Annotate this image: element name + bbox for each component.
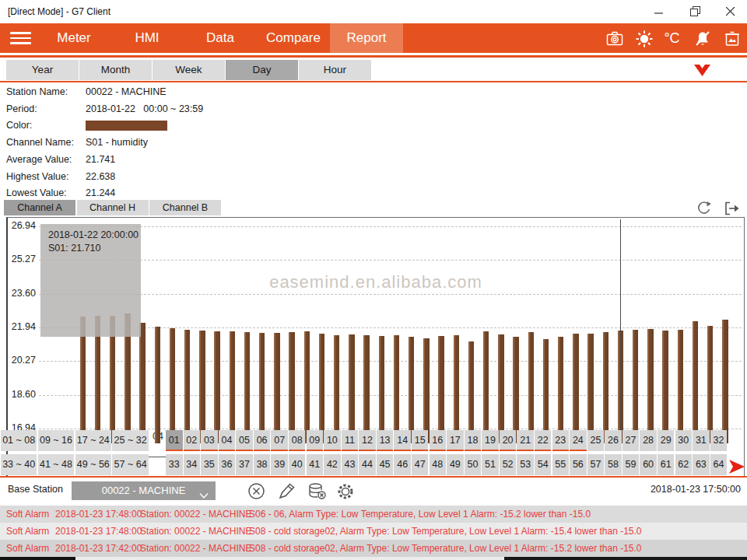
channel-button-56[interactable]: 56 bbox=[570, 454, 587, 475]
channel-button-15[interactable]: 15 bbox=[412, 430, 429, 451]
channel-button-35[interactable]: 35 bbox=[201, 454, 218, 475]
channel-button-47[interactable]: 47 bbox=[412, 454, 429, 475]
channel-button-16[interactable]: 16 bbox=[430, 430, 447, 451]
channel-button-29[interactable]: 29 bbox=[658, 430, 675, 451]
channel-button-62[interactable]: 62 bbox=[675, 454, 693, 475]
channel-button-53[interactable]: 53 bbox=[517, 454, 534, 475]
channel-group-button-49~56[interactable]: 49 ~ 56 bbox=[75, 454, 111, 475]
channel-button-58[interactable]: 58 bbox=[605, 454, 622, 475]
channel-button-32[interactable]: 32 bbox=[710, 430, 728, 451]
channel-button-07[interactable]: 07 bbox=[271, 430, 288, 451]
clear-icon[interactable] bbox=[247, 481, 266, 501]
restore-button[interactable] bbox=[682, 0, 708, 23]
alarm-row[interactable]: Soft Alarm2018-01-23 17:42:00Station: 00… bbox=[0, 540, 747, 557]
channel-button-63[interactable]: 63 bbox=[693, 454, 710, 475]
channel-group-button-17~24[interactable]: 17 ~ 24 bbox=[75, 430, 111, 451]
period-tab-day[interactable]: Day bbox=[226, 60, 298, 80]
collapse-panel-button[interactable] bbox=[693, 62, 711, 81]
database-clear-icon[interactable] bbox=[307, 481, 327, 501]
period-tab-week[interactable]: Week bbox=[153, 60, 225, 80]
channel-tab-channel-h[interactable]: Channel H bbox=[77, 200, 149, 215]
channel-button-27[interactable]: 27 bbox=[622, 430, 640, 451]
channel-button-13[interactable]: 13 bbox=[377, 430, 394, 451]
channel-button-11[interactable]: 11 bbox=[342, 430, 359, 451]
screenshot-bin-icon[interactable] bbox=[722, 29, 742, 48]
channel-button-08[interactable]: 08 bbox=[289, 430, 306, 451]
period-tab-hour[interactable]: Hour bbox=[299, 60, 371, 80]
channel-button-49[interactable]: 49 bbox=[447, 454, 464, 475]
alarm-row[interactable]: Soft Alarm2018-01-23 17:48:00Station: 00… bbox=[0, 506, 747, 523]
scroll-right-button[interactable] bbox=[728, 459, 745, 478]
channel-group-button-01~08[interactable]: 01 ~ 08 bbox=[1, 430, 37, 451]
channel-button-01[interactable]: 01 bbox=[166, 430, 183, 451]
camera-icon[interactable] bbox=[605, 29, 624, 48]
channel-button-20[interactable]: 20 bbox=[500, 430, 517, 451]
channel-group-button-41~48[interactable]: 41 ~ 48 bbox=[38, 454, 74, 475]
channel-button-39[interactable]: 39 bbox=[271, 454, 288, 475]
menu-item-compare[interactable]: Compare bbox=[257, 23, 330, 53]
channel-button-05[interactable]: 05 bbox=[236, 430, 253, 451]
channel-button-26[interactable]: 26 bbox=[605, 430, 622, 451]
channel-button-60[interactable]: 60 bbox=[640, 454, 657, 475]
channel-group-button-09~16[interactable]: 09 ~ 16 bbox=[38, 430, 74, 451]
channel-button-52[interactable]: 52 bbox=[500, 454, 517, 475]
channel-group-button-25~32[interactable]: 25 ~ 32 bbox=[112, 430, 148, 451]
channel-button-09[interactable]: 09 bbox=[307, 430, 324, 451]
minimize-button[interactable] bbox=[646, 0, 672, 23]
channel-button-14[interactable]: 14 bbox=[394, 430, 411, 451]
channel-button-33[interactable]: 33 bbox=[166, 454, 183, 475]
channel-button-04[interactable]: 04 bbox=[219, 430, 236, 451]
brightness-icon[interactable] bbox=[634, 29, 654, 48]
channel-tab-channel-b[interactable]: Channel B bbox=[149, 200, 221, 215]
channel-button-40[interactable]: 40 bbox=[289, 454, 306, 475]
channel-button-17[interactable]: 17 bbox=[447, 430, 464, 451]
channel-button-43[interactable]: 43 bbox=[342, 454, 359, 475]
settings-icon[interactable] bbox=[335, 481, 355, 501]
channel-button-30[interactable]: 30 bbox=[675, 430, 693, 451]
channel-button-61[interactable]: 61 bbox=[658, 454, 675, 475]
channel-group-button-57~64[interactable]: 57 ~ 64 bbox=[112, 454, 148, 475]
hamburger-menu-icon[interactable] bbox=[10, 32, 31, 44]
menu-item-data[interactable]: Data bbox=[184, 23, 257, 53]
channel-button-02[interactable]: 02 bbox=[184, 430, 201, 451]
channel-button-25[interactable]: 25 bbox=[587, 430, 605, 451]
channel-button-48[interactable]: 48 bbox=[430, 454, 447, 475]
channel-button-64[interactable]: 64 bbox=[710, 454, 728, 475]
channel-button-12[interactable]: 12 bbox=[359, 430, 376, 451]
channel-button-54[interactable]: 54 bbox=[535, 454, 552, 475]
channel-button-21[interactable]: 21 bbox=[517, 430, 534, 451]
menu-item-meter[interactable]: Meter bbox=[37, 23, 110, 53]
channel-button-59[interactable]: 59 bbox=[622, 454, 640, 475]
channel-button-19[interactable]: 19 bbox=[482, 430, 499, 451]
channel-button-38[interactable]: 38 bbox=[254, 454, 271, 475]
channel-button-37[interactable]: 37 bbox=[236, 454, 253, 475]
edit-icon[interactable] bbox=[277, 481, 296, 501]
channel-button-10[interactable]: 10 bbox=[324, 430, 341, 451]
channel-button-24[interactable]: 24 bbox=[570, 430, 587, 451]
channel-button-31[interactable]: 31 bbox=[693, 430, 710, 451]
channel-button-45[interactable]: 45 bbox=[377, 454, 394, 475]
channel-tab-channel-a[interactable]: Channel A bbox=[4, 200, 75, 215]
channel-button-03[interactable]: 03 bbox=[201, 430, 218, 451]
channel-button-42[interactable]: 42 bbox=[324, 454, 341, 475]
channel-button-51[interactable]: 51 bbox=[482, 454, 499, 475]
channel-button-36[interactable]: 36 bbox=[219, 454, 236, 475]
alarm-mute-icon[interactable] bbox=[693, 29, 712, 48]
channel-button-23[interactable]: 23 bbox=[552, 430, 570, 451]
channel-button-28[interactable]: 28 bbox=[640, 430, 657, 451]
channel-button-06[interactable]: 06 bbox=[254, 430, 271, 451]
channel-button-44[interactable]: 44 bbox=[359, 454, 376, 475]
menu-item-hmi[interactable]: HMI bbox=[110, 23, 184, 53]
channel-button-57[interactable]: 57 bbox=[587, 454, 605, 475]
base-station-dropdown[interactable]: 00022 - MACHINE bbox=[72, 481, 216, 500]
channel-group-button-33~40[interactable]: 33 ~ 40 bbox=[1, 454, 37, 475]
celsius-icon[interactable]: °C bbox=[662, 29, 682, 48]
channel-button-34[interactable]: 34 bbox=[184, 454, 201, 475]
channel-button-46[interactable]: 46 bbox=[394, 454, 411, 475]
channel-button-55[interactable]: 55 bbox=[552, 454, 570, 475]
menu-item-report[interactable]: Report bbox=[330, 23, 403, 53]
channel-button-50[interactable]: 50 bbox=[465, 454, 482, 475]
channel-button-22[interactable]: 22 bbox=[535, 430, 552, 451]
alarm-row[interactable]: Soft Alarm2018-01-23 17:48:00Station: 00… bbox=[0, 523, 747, 540]
period-tab-year[interactable]: Year bbox=[6, 60, 79, 80]
